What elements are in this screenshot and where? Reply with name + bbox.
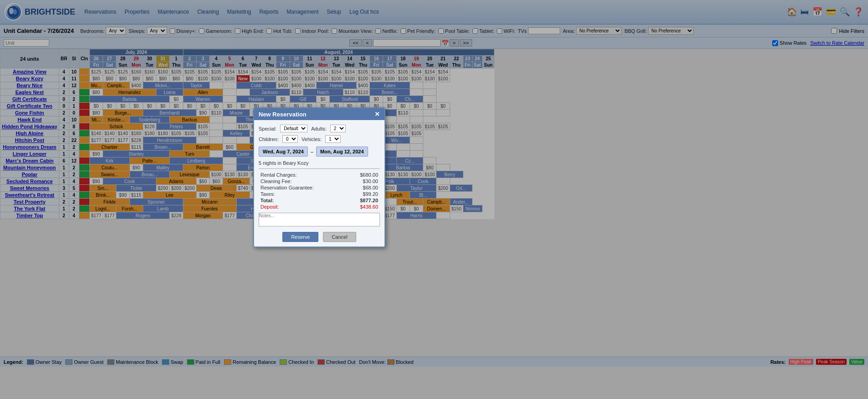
- modal-body: Special: Default Adults: 2134 Children: …: [254, 120, 385, 247]
- total-value: $877.20: [360, 198, 378, 203]
- deposit-label: Deposit:: [260, 204, 279, 210]
- rental-charges-row: Rental Charges: $680.00: [259, 172, 380, 178]
- modal-divider: [259, 168, 380, 169]
- special-select[interactable]: Default: [280, 125, 307, 132]
- children-select[interactable]: 012: [282, 135, 298, 143]
- total-label: Total:: [260, 198, 274, 203]
- modal-buttons: Reserve Cancel: [259, 232, 380, 242]
- taxes-row: Taxes: $99.20: [259, 191, 380, 197]
- deposit-value: $438.60: [360, 204, 378, 210]
- adults-label: Adults:: [311, 126, 327, 131]
- children-label: Children:: [259, 136, 279, 142]
- reservation-guarantee-value: $68.00: [363, 185, 378, 190]
- modal-options-row: Special: Default Adults: 2134: [259, 125, 380, 132]
- nights-text: 5 nights in Beary Kozy: [259, 160, 380, 166]
- modal-options-row2: Children: 012 Vehicles: 12: [259, 135, 380, 143]
- date-separator: –: [311, 149, 313, 154]
- rental-charges-value: $680.00: [360, 172, 378, 178]
- vehicles-select[interactable]: 12: [325, 135, 341, 143]
- modal-header: New Reservation ✕: [254, 108, 385, 120]
- adults-select[interactable]: 2134: [330, 125, 346, 132]
- reserve-button[interactable]: Reserve: [282, 232, 318, 242]
- notes-textarea[interactable]: [259, 213, 380, 226]
- deposit-row: Deposit: $438.60: [259, 204, 380, 210]
- cleaning-fee-value: $30.00: [363, 178, 378, 184]
- start-date-button[interactable]: Wed, Aug 7, 2024: [259, 147, 308, 157]
- reservation-guarantee-row: Reservation Guarantee: $68.00: [259, 184, 380, 191]
- cleaning-fee-row: Cleaning Fee: $30.00: [259, 178, 380, 184]
- reservation-guarantee-label: Reservation Guarantee:: [260, 185, 314, 190]
- vehicles-label: Vehicles:: [301, 136, 322, 142]
- modal-close-button[interactable]: ✕: [374, 110, 380, 118]
- taxes-value: $99.20: [363, 191, 378, 197]
- end-date-button[interactable]: Mon, Aug 12, 2024: [316, 147, 368, 157]
- rental-charges-label: Rental Charges:: [260, 172, 297, 178]
- new-reservation-modal: New Reservation ✕ Special: Default Adult…: [253, 107, 385, 247]
- modal-dates-row: Wed, Aug 7, 2024 – Mon, Aug 12, 2024: [259, 147, 380, 157]
- special-label: Special:: [259, 126, 276, 131]
- taxes-label: Taxes:: [260, 191, 275, 197]
- cancel-button[interactable]: Cancel: [323, 232, 356, 242]
- modal-overlay[interactable]: New Reservation ✕ Special: Default Adult…: [0, 0, 868, 367]
- modal-title: New Reservation: [259, 111, 307, 118]
- total-row: Total: $877.20: [259, 197, 380, 204]
- cleaning-fee-label: Cleaning Fee:: [260, 178, 292, 184]
